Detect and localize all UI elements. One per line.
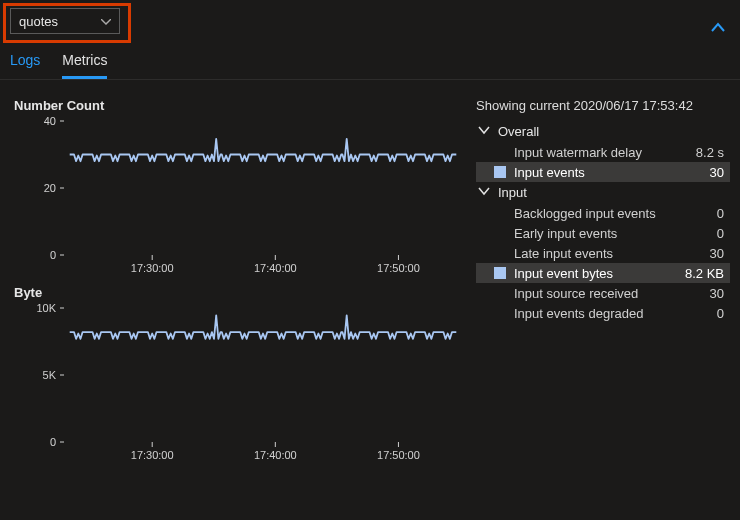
metric-value: 30 [674, 246, 724, 261]
chevron-down-icon [478, 185, 490, 200]
metric-label: Input event bytes [514, 266, 674, 281]
collapse-panel-button[interactable] [710, 20, 726, 36]
svg-text:17:40:00: 17:40:00 [254, 449, 297, 461]
metric-label: Early input events [514, 226, 674, 241]
metric-label: Input events degraded [514, 306, 674, 321]
svg-text:17:30:00: 17:30:00 [131, 449, 174, 461]
metric-value: 0 [674, 226, 724, 241]
tab-bar: Logs Metrics [0, 38, 740, 80]
metric-value: 30 [674, 286, 724, 301]
metric-row[interactable]: Input source received30 [476, 283, 730, 303]
section-input-header[interactable]: Input [476, 182, 730, 203]
metric-value: 8.2 KB [674, 266, 724, 281]
metric-value: 8.2 s [674, 145, 724, 160]
section-overall-header[interactable]: Overall [476, 121, 730, 142]
svg-text:40: 40 [44, 115, 56, 127]
svg-text:10K: 10K [36, 302, 56, 314]
metric-label: Late input events [514, 246, 674, 261]
chevron-down-icon [101, 15, 111, 27]
metric-row[interactable]: Early input events0 [476, 223, 730, 243]
series-color-swatch [494, 267, 506, 279]
metric-label: Input watermark delay [514, 145, 674, 160]
section-overall-title: Overall [498, 124, 539, 139]
chart-byte[interactable]: 05K10K17:30:0017:40:0017:50:00 [10, 302, 470, 466]
series-color-swatch [494, 166, 506, 178]
top-bar: quotes [0, 0, 740, 38]
metric-row[interactable]: Input watermark delay8.2 s [476, 142, 730, 162]
tab-logs[interactable]: Logs [10, 52, 40, 79]
metric-row[interactable]: Input events degraded0 [476, 303, 730, 323]
metric-row[interactable]: Input event bytes8.2 KB [476, 263, 730, 283]
metric-row[interactable]: Late input events30 [476, 243, 730, 263]
metric-label: Backlogged input events [514, 206, 674, 221]
showing-timestamp: Showing current 2020/06/17 17:53:42 [476, 98, 730, 113]
chevron-down-icon [478, 124, 490, 139]
metric-label: Input source received [514, 286, 674, 301]
input-select-value: quotes [19, 14, 58, 29]
input-select-dropdown[interactable]: quotes [10, 8, 120, 34]
chart-title-count: Number Count [14, 98, 470, 113]
metrics-side-panel: Showing current 2020/06/17 17:53:42 Over… [470, 92, 730, 466]
metric-value: 0 [674, 206, 724, 221]
section-input-title: Input [498, 185, 527, 200]
svg-text:0: 0 [50, 249, 56, 261]
metric-row[interactable]: Input events30 [476, 162, 730, 182]
metric-label: Input events [514, 165, 674, 180]
svg-text:17:50:00: 17:50:00 [377, 262, 420, 274]
svg-text:17:50:00: 17:50:00 [377, 449, 420, 461]
metric-value: 0 [674, 306, 724, 321]
chart-title-byte: Byte [14, 285, 470, 300]
svg-text:20: 20 [44, 182, 56, 194]
chart-number-count[interactable]: 0204017:30:0017:40:0017:50:00 [10, 115, 470, 279]
metric-row[interactable]: Backlogged input events0 [476, 203, 730, 223]
svg-text:17:40:00: 17:40:00 [254, 262, 297, 274]
charts-column: Number Count 0204017:30:0017:40:0017:50:… [10, 92, 470, 466]
tab-metrics[interactable]: Metrics [62, 52, 107, 79]
svg-text:17:30:00: 17:30:00 [131, 262, 174, 274]
svg-text:0: 0 [50, 436, 56, 448]
metric-value: 30 [674, 165, 724, 180]
svg-text:5K: 5K [43, 369, 57, 381]
